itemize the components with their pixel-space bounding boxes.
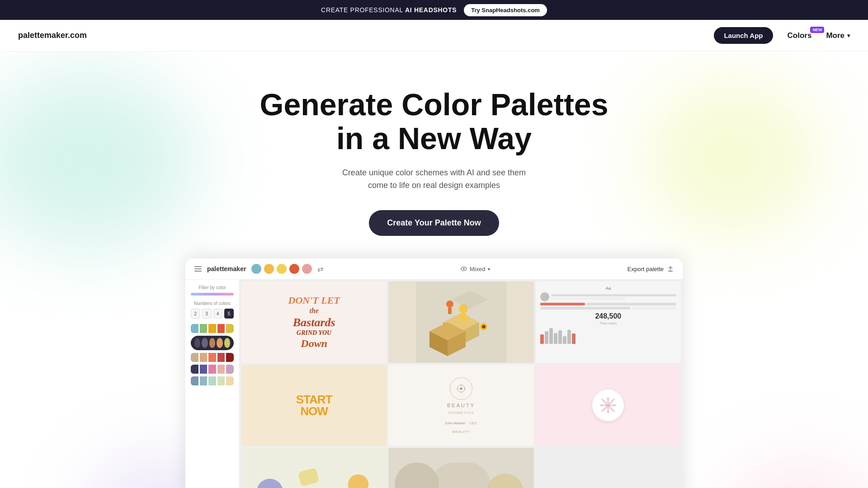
palette-color [217, 353, 225, 362]
beauty-logo-svg [455, 382, 467, 395]
preview-card-ui: Aa [536, 282, 681, 363]
hero-section: Generate Color Palettes in a New Way Cre… [0, 52, 868, 488]
isometric-svg [416, 282, 506, 363]
app-sidebar: Filter by color Numbers of colors 2 3 4 … [185, 280, 240, 488]
svg-point-4 [463, 268, 465, 270]
selected-palette[interactable] [191, 336, 234, 350]
svg-rect-14 [461, 313, 466, 321]
selected-color [217, 338, 222, 348]
palette-row-5[interactable] [191, 376, 234, 385]
palette-color [226, 353, 234, 362]
upload-icon [667, 266, 674, 272]
menu-icon [194, 266, 202, 272]
numbers-label: Numbers of colors [191, 301, 234, 306]
preview-card-abstract [388, 448, 533, 488]
palette-color [208, 365, 216, 374]
svg-rect-2 [194, 271, 202, 272]
app-topbar: palettemaker ⇄ [185, 258, 683, 280]
palette-color [200, 324, 208, 333]
svg-rect-1 [194, 268, 202, 269]
svg-rect-5 [668, 271, 673, 272]
num-btn-4[interactable]: 4 [213, 309, 223, 319]
svg-point-35 [601, 404, 603, 406]
svg-point-32 [607, 404, 609, 407]
hero-title: Generate Color Palettes in a New Way [9, 88, 859, 155]
preview-card-isometric [388, 282, 533, 363]
svg-point-17 [446, 300, 453, 308]
colors-nav-badge: NEW [810, 27, 824, 33]
palette-color [217, 324, 225, 333]
number-buttons: 2 3 4 5 [191, 309, 234, 319]
svg-rect-18 [448, 308, 452, 314]
color-dot-2 [264, 264, 274, 274]
svg-point-23 [460, 387, 462, 390]
colors-nav-label: Colors [788, 31, 812, 40]
nav-right: Launch App Colors NEW More ▾ [714, 27, 850, 44]
shuffle-icon[interactable]: ⇄ [317, 265, 323, 273]
app-preview: palettemaker ⇄ [185, 258, 683, 488]
banner-cta-button[interactable]: Try SnapHeadshots.com [464, 4, 547, 16]
svg-point-34 [607, 411, 609, 413]
hero-content: Generate Color Palettes in a New Way Cre… [9, 88, 859, 488]
palette-color [200, 365, 208, 374]
filter-label: Filter by color [191, 285, 234, 290]
app-main-grid: DON'T LET the Bastards GRIND YOU Down [240, 280, 683, 488]
eye-icon [461, 266, 467, 272]
app-logo-label: palettemaker [207, 265, 246, 272]
svg-rect-0 [194, 266, 202, 267]
palette-color [226, 365, 234, 374]
launch-app-button[interactable]: Launch App [714, 27, 773, 44]
app-topbar-left: palettemaker ⇄ [194, 264, 323, 274]
palette-row-4[interactable] [191, 365, 234, 374]
color-dot-5 [302, 264, 312, 274]
site-logo[interactable]: palettemaker.com [18, 31, 87, 40]
num-btn-2[interactable]: 2 [191, 309, 200, 319]
palette-row-1[interactable] [191, 324, 234, 333]
palette-row-3[interactable] [191, 353, 234, 362]
palette-color [191, 365, 198, 374]
top-banner: CREATE PROFESSIONAL AI HEADSHOTS Try Sna… [0, 0, 868, 20]
colors-nav-item[interactable]: Colors NEW [788, 31, 812, 40]
preview-card-poster: START NOW [241, 365, 387, 446]
app-body: Filter by color Numbers of colors 2 3 4 … [185, 280, 683, 488]
preview-card-typography: DON'T LET the Bastards GRIND YOU Down [241, 282, 387, 363]
palette-color [191, 376, 198, 385]
app-topbar-right: Export palette [627, 266, 674, 272]
color-dot-4 [289, 264, 299, 274]
more-nav-label: More [826, 31, 844, 40]
palette-color [226, 324, 234, 333]
abstract-svg [388, 448, 533, 488]
more-nav-item[interactable]: More ▾ [826, 31, 850, 40]
selected-color [209, 338, 215, 348]
palette-color [208, 324, 216, 333]
selected-color [194, 338, 200, 348]
palette-color [208, 376, 216, 385]
palette-color [208, 353, 216, 362]
palette-color [217, 376, 225, 385]
hero-subtitle: Create unique color schemes with AI and … [9, 166, 859, 192]
num-btn-3[interactable]: 3 [202, 309, 212, 319]
selected-color [224, 338, 230, 348]
num-btn-5[interactable]: 5 [224, 309, 234, 319]
svg-point-36 [613, 404, 615, 406]
color-dot-1 [251, 264, 261, 274]
chevron-down-icon: ▾ [847, 33, 850, 39]
beauty-brand-name: BEAUTY [447, 403, 475, 408]
palette-color [217, 365, 225, 374]
export-palette-button[interactable]: Export palette [627, 266, 664, 272]
navbar: palettemaker.com Launch App Colors NEW M… [0, 20, 868, 52]
app-inner: palettemaker ⇄ [185, 258, 683, 488]
svg-point-33 [607, 398, 609, 400]
palette-color [200, 353, 208, 362]
palette-color [226, 376, 234, 385]
preview-card-snowflake [536, 365, 681, 446]
color-filter-bar[interactable] [191, 293, 234, 296]
preview-card-beauty: BEAUTY COSMETICS Elon Masker CEO BEAUTY [388, 365, 533, 446]
hero-cta-button[interactable]: Create Your Palette Now [369, 210, 499, 236]
palette-color [191, 353, 198, 362]
beauty-tagline: COSMETICS [448, 411, 474, 415]
banner-text: CREATE PROFESSIONAL AI HEADSHOTS [321, 6, 457, 14]
rainbow-svg [241, 448, 387, 488]
beauty-logo-circle [450, 377, 472, 400]
mixed-button[interactable]: Mixed [470, 266, 486, 272]
